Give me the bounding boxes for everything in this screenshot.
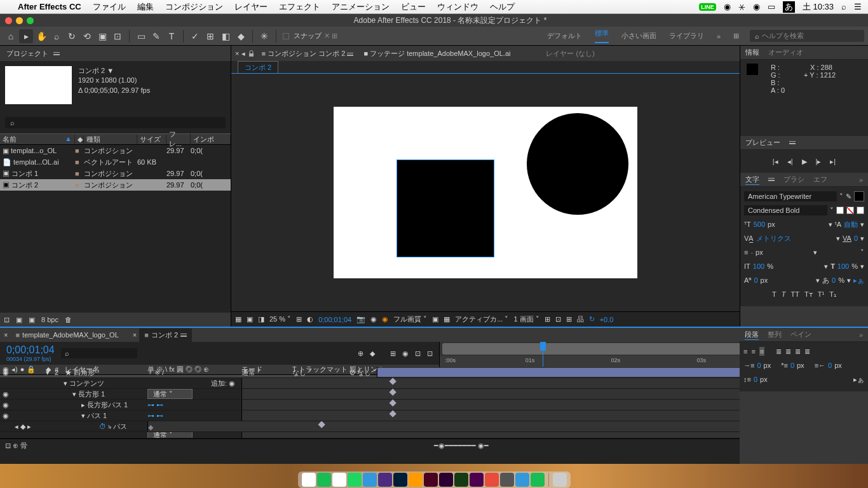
workspace-library[interactable]: ライブラリ: [669, 31, 704, 41]
path-reset-icon[interactable]: ⊶ ⊷: [147, 401, 163, 409]
subscript-icon[interactable]: T₁: [829, 290, 836, 299]
col-inpoint[interactable]: インポ: [191, 135, 231, 144]
justify-left-icon[interactable]: ≣: [776, 348, 782, 356]
superscript-icon[interactable]: T¹: [818, 290, 824, 298]
ellipse-shape[interactable]: [527, 113, 628, 215]
space-before[interactable]: 0: [754, 376, 757, 383]
mask-icon[interactable]: ◐: [307, 315, 313, 323]
dock-chrome-icon[interactable]: [332, 473, 346, 487]
bluetooth-icon[interactable]: ⚹: [738, 2, 745, 12]
align-left-icon[interactable]: ≡: [743, 348, 747, 355]
rect-mode[interactable]: 通常 ˅: [147, 389, 193, 399]
col-type[interactable]: 種類: [84, 135, 137, 144]
dock-safari-icon[interactable]: [363, 473, 377, 487]
dock-settings-icon[interactable]: [500, 473, 514, 487]
interpret-icon[interactable]: ⊡: [4, 316, 10, 324]
dock-cc-icon[interactable]: [485, 473, 499, 487]
italic-icon[interactable]: T: [782, 290, 786, 298]
indent-left[interactable]: 0: [757, 362, 761, 369]
path-prop-row[interactable]: ◂ ◆ ▸ ⏱ ৯ パス ◆: [0, 421, 868, 432]
close-button[interactable]: [5, 17, 12, 24]
project-item[interactable]: ▣ コンポ 1■コンポジション29.970;0(: [0, 168, 231, 179]
shy-icon[interactable]: ◆: [370, 349, 375, 358]
new-comp-icon[interactable]: ▣: [29, 316, 35, 324]
workspace-more-icon[interactable]: »: [717, 32, 721, 40]
tl-close-icon[interactable]: ×: [4, 331, 8, 339]
col-size[interactable]: サイズ: [137, 135, 166, 144]
menu-view[interactable]: ビュー: [401, 1, 426, 13]
workspace-standard[interactable]: 標準: [595, 29, 609, 43]
selection-tool-icon[interactable]: ▸: [19, 29, 33, 43]
grid-icon[interactable]: ⊞: [296, 315, 302, 323]
kf-nav-icon[interactable]: ◂ ◆ ▸: [15, 423, 31, 430]
project-item[interactable]: 📄 templat...OL.ai■ベクトルアート60 KB: [0, 156, 231, 168]
info-panel-title[interactable]: 情報: [745, 48, 759, 57]
keyframe[interactable]: [390, 400, 397, 407]
last-frame-icon[interactable]: ▸|: [830, 158, 836, 166]
comp-subtab[interactable]: コンポ 2: [238, 61, 278, 73]
layer-name[interactable]: ★ 四角形: [65, 368, 147, 377]
path-group-row[interactable]: ◉ ▾ パス 1 ⊶ ⊷: [0, 410, 868, 421]
time-display[interactable]: 0;00;01;04: [318, 316, 351, 323]
current-time[interactable]: 0;00;01;04: [6, 344, 55, 356]
justify-right-icon[interactable]: ≣: [795, 348, 801, 356]
maximize-button[interactable]: [27, 17, 34, 24]
roi-icon[interactable]: ▣: [432, 315, 438, 323]
indent-first[interactable]: 0: [790, 362, 794, 369]
contents-row[interactable]: ▾ コンテンツ 追加: ◉: [0, 378, 868, 389]
channel-icon[interactable]: ▣: [247, 315, 253, 323]
rectangle-tool-icon[interactable]: ▭: [134, 29, 148, 43]
next-frame-icon[interactable]: |▸: [816, 158, 822, 166]
effects-panel-title[interactable]: エフ: [813, 175, 827, 184]
stroke-width[interactable]: -: [750, 248, 753, 256]
paint-panel-title[interactable]: ペイン: [790, 330, 811, 339]
rotation-tool-icon[interactable]: ⟲: [80, 29, 94, 43]
add-icon[interactable]: ◉: [229, 379, 235, 387]
menu-composition[interactable]: コンポジション: [165, 1, 223, 13]
exposure-reset-icon[interactable]: ↻: [589, 315, 595, 323]
justify-center-icon[interactable]: ≣: [785, 348, 791, 356]
quality-dropdown[interactable]: フル画質 ˅: [393, 315, 427, 324]
dock-pr-icon[interactable]: [439, 473, 453, 487]
timeline-tab-1[interactable]: ■ コンポ 2: [139, 329, 192, 342]
comp-tab[interactable]: ■ コンポジション コンポ 2: [257, 47, 357, 60]
snap-options-icon[interactable]: ✕ ⊞: [324, 32, 337, 40]
dock-dn-icon[interactable]: [454, 473, 468, 487]
wifi-icon[interactable]: ◉: [753, 2, 760, 11]
dock-ps-icon[interactable]: [393, 473, 407, 487]
lock-icon[interactable]: [248, 50, 255, 57]
tl-close-icon-2[interactable]: ×: [133, 331, 137, 339]
workspace-small[interactable]: 小さい画面: [621, 31, 656, 41]
minimize-button[interactable]: [16, 17, 23, 24]
pixel-icon[interactable]: ⊞: [545, 315, 550, 323]
smallcaps-icon[interactable]: Tᴛ: [804, 290, 813, 299]
layer-row[interactable]: ◉ ▾ 2 ★ 四角形 ♀ ※ / 通常 ˅ なし ˅ ⊘ なし ˅: [0, 367, 868, 378]
layer-tab[interactable]: レイヤー (なし): [542, 47, 598, 60]
project-item[interactable]: ▣ templat...o_OL■コンポジション29.970;0(: [0, 145, 231, 156]
graph-icon[interactable]: ⊡: [415, 349, 421, 358]
bpc-button[interactable]: 8 bpc: [41, 316, 58, 323]
dock-spotify-icon[interactable]: [348, 473, 362, 487]
fill-swatch[interactable]: [854, 191, 864, 201]
dock-app2-icon[interactable]: [531, 473, 545, 487]
align-center-icon[interactable]: ≡: [751, 348, 755, 355]
3d-icon[interactable]: 品: [577, 315, 584, 324]
ime-icon[interactable]: あ: [783, 1, 795, 13]
help-search[interactable]: ⌕ ヘルプを検索: [750, 30, 864, 42]
menu-window[interactable]: ウィンドウ: [437, 1, 478, 13]
anchor-tool-icon[interactable]: ⊡: [111, 29, 125, 43]
dock-ae-icon[interactable]: [378, 473, 392, 487]
home-icon[interactable]: ⌂: [4, 29, 18, 43]
vis-icon[interactable]: ◉: [3, 390, 9, 398]
vscale-value[interactable]: 100: [753, 262, 764, 270]
footage-tab[interactable]: ■ フッテージ template_AdobeMAX_logo_OL.ai: [360, 47, 514, 60]
comp-name[interactable]: コンポ 2 ▼: [78, 66, 150, 76]
rtl-icon[interactable]: ▸ぁ: [853, 375, 864, 384]
trash-icon[interactable]: 🗑: [65, 316, 72, 323]
allcaps-icon[interactable]: TT: [791, 290, 799, 298]
menu-edit[interactable]: 編集: [137, 1, 154, 13]
tsume-value[interactable]: 0: [832, 276, 836, 284]
puppet-tool-icon[interactable]: ✳: [257, 29, 271, 43]
project-panel-title[interactable]: プロジェクト: [6, 49, 48, 58]
snap-checkbox[interactable]: [283, 33, 289, 39]
